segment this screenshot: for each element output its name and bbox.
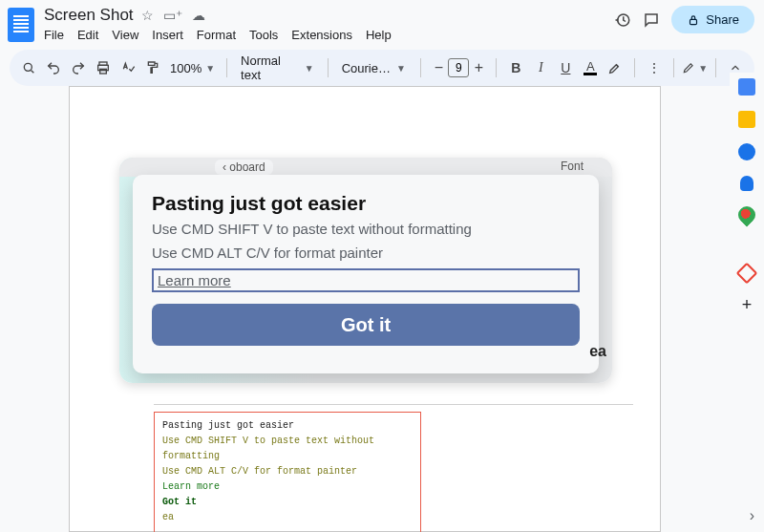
document-text-line[interactable]: Learn more [162,479,413,495]
highlight-color-icon[interactable] [604,55,626,80]
decrease-font-size-icon[interactable]: − [429,57,448,78]
titlebar: Screen Shot ☆ ▭⁺ ☁ File Edit View Insert… [0,0,764,42]
menu-format[interactable]: Format [197,28,236,42]
redo-icon[interactable] [67,55,90,80]
font-size-control: − + [429,57,488,78]
italic-icon[interactable]: I [529,55,552,80]
document-text-line[interactable]: Pasting just got easier [162,418,413,434]
version-history-icon[interactable] [614,11,631,29]
share-button[interactable]: Share [671,6,754,33]
comments-icon[interactable] [643,11,660,29]
paint-format-icon[interactable] [141,55,164,80]
spellcheck-icon[interactable] [117,55,139,80]
text-color-icon[interactable]: A [579,55,602,80]
underline-icon[interactable]: U [554,55,577,80]
image-fragment-label: Font [561,160,584,173]
keep-icon[interactable] [738,111,755,128]
image-fragment-label: ‹ oboard [215,160,273,175]
addon-icon[interactable] [736,263,758,285]
calendar-icon[interactable] [738,78,755,96]
font-family-select[interactable]: Courie…▼ [336,61,414,75]
menu-view[interactable]: View [112,28,138,42]
font-size-input[interactable] [448,58,469,77]
print-icon[interactable] [92,55,115,80]
star-icon[interactable]: ☆ [141,8,154,23]
svg-point-2 [24,63,32,71]
get-addons-icon[interactable]: + [738,296,755,313]
document-title[interactable]: Screen Shot [44,6,134,25]
maps-icon[interactable] [734,202,758,226]
document-text-line[interactable]: Use CMD ALT C/V for format painter [162,464,413,479]
document-text-line[interactable]: Got it [162,495,413,510]
image-dialog-line: Use CMD ALT C/V for format painter [152,245,580,261]
document-viewport[interactable]: ‹ oboard Font Pasting just got easier Us… [0,86,730,532]
menu-bar: File Edit View Insert Format Tools Exten… [44,28,614,42]
paragraph-style-select[interactable]: Normal text▼ [235,53,320,82]
image-dialog-got-it: Got it [152,304,580,346]
cloud-status-icon[interactable]: ☁ [192,8,205,23]
zoom-select[interactable]: 100%▼ [166,61,219,75]
hide-sidepanel-icon[interactable]: › [750,507,754,524]
document-text-line[interactable]: ea [162,510,413,525]
menu-extensions[interactable]: Extensions [291,28,352,42]
docs-app-icon[interactable] [8,8,34,42]
menu-file[interactable]: File [44,28,64,42]
image-dialog-learn-more: Learn more [152,268,580,292]
embedded-image[interactable]: ‹ oboard Font Pasting just got easier Us… [119,158,612,383]
tasks-icon[interactable] [738,143,755,160]
increase-font-size-icon[interactable]: + [469,57,488,78]
side-panel: + › [730,73,764,532]
document-page[interactable]: ‹ oboard Font Pasting just got easier Us… [69,86,661,532]
horizontal-rule [154,404,633,405]
toolbar: 100%▼ Normal text▼ Courie…▼ − + B I U A … [10,50,754,86]
image-dialog: Pasting just got easier Use CMD SHIFT V … [133,175,599,373]
more-toolbar-icon[interactable]: ⋮ [643,55,666,80]
svg-rect-1 [690,19,697,24]
menu-tools[interactable]: Tools [249,28,278,42]
menu-help[interactable]: Help [366,28,392,42]
share-button-label: Share [706,12,739,27]
undo-icon[interactable] [42,55,65,80]
image-dialog-line: Use CMD SHIFT V to paste text without fo… [152,221,580,237]
document-text-line[interactable]: Use CMD SHIFT V to paste text without fo… [162,434,413,464]
image-dialog-title: Pasting just got easier [152,192,580,215]
menu-insert[interactable]: Insert [152,28,183,42]
search-menus-icon[interactable] [17,55,40,80]
menu-edit[interactable]: Edit [77,28,98,42]
image-fragment-label: ea [589,343,606,360]
document-text-block[interactable]: Pasting just got easier Use CMD SHIFT V … [154,412,421,532]
editing-mode-select[interactable]: ▼ [682,55,708,80]
contacts-icon[interactable] [740,176,753,191]
move-icon[interactable]: ▭⁺ [163,8,182,23]
bold-icon[interactable]: B [504,55,527,80]
